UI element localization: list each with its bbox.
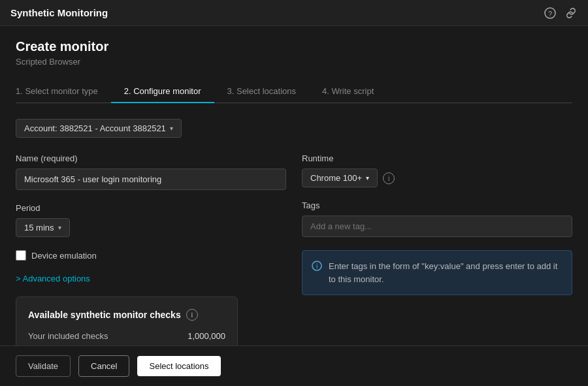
included-checks-row: Your included checks 1,000,000 (28, 331, 225, 341)
select-locations-button[interactable]: Select locations (137, 356, 220, 376)
main-content: Create monitor Scripted Browser 1. Selec… (0, 26, 588, 386)
period-label: Period (16, 203, 286, 213)
period-group: Period 15 mins ▾ (16, 203, 286, 237)
svg-text:i: i (316, 263, 318, 270)
top-header: Synthetic Monitoring ? (0, 0, 588, 26)
included-checks-label: Your included checks (28, 331, 108, 341)
runtime-group: Runtime Chrome 100+ ▾ i (302, 153, 572, 187)
svg-text:?: ? (548, 9, 552, 17)
account-dropdown[interactable]: Account: 3882521 - Account 3882521 ▾ (16, 119, 182, 138)
name-field-group: Name (required) (16, 153, 286, 190)
device-emulation-label[interactable]: Device emulation (31, 251, 97, 261)
runtime-select[interactable]: Chrome 100+ ▾ (302, 169, 378, 187)
validate-button[interactable]: Validate (16, 355, 71, 377)
help-icon[interactable]: ? (544, 7, 557, 20)
step-1[interactable]: 1. Select monitor type (16, 80, 111, 103)
checks-box-title: Available synthetic monitor checks i (28, 309, 225, 321)
included-checks-value: 1,000,000 (188, 331, 225, 341)
steps-nav: 1. Select monitor type 2. Configure moni… (16, 80, 572, 103)
link-icon[interactable] (564, 7, 578, 20)
step-4[interactable]: 4. Write script (309, 80, 387, 103)
page-subtitle: Scripted Browser (16, 57, 572, 67)
name-label: Name (required) (16, 153, 286, 163)
runtime-label: Runtime (302, 153, 572, 163)
tags-group: Tags (302, 201, 572, 237)
runtime-info-icon[interactable]: i (383, 172, 395, 184)
name-input[interactable] (16, 169, 286, 190)
page-title: Create monitor (16, 39, 572, 54)
header-icons: ? (544, 7, 578, 20)
tags-label: Tags (302, 201, 572, 210)
runtime-row: Chrome 100+ ▾ i (302, 169, 572, 187)
device-emulation-group: Device emulation (16, 250, 286, 261)
period-value: 15 mins (24, 223, 54, 233)
app-title: Synthetic Monitoring (10, 7, 108, 18)
step-3[interactable]: 3. Select locations (214, 80, 310, 103)
bottom-bar: Validate Cancel Select locations (0, 346, 588, 386)
chevron-down-icon: ▾ (170, 125, 173, 132)
account-label: Account: 3882521 - Account 3882521 (24, 123, 166, 133)
advanced-options-toggle[interactable]: > Advanced options (16, 274, 286, 283)
runtime-chevron-icon: ▾ (366, 174, 369, 182)
period-select[interactable]: 15 mins ▾ (16, 218, 70, 237)
runtime-value: Chrome 100+ (310, 173, 362, 183)
checks-info-icon[interactable]: i (186, 309, 198, 321)
advanced-options-label: > Advanced options (16, 274, 90, 283)
device-emulation-checkbox[interactable] (16, 250, 26, 261)
cancel-button[interactable]: Cancel (78, 355, 129, 377)
tags-input[interactable] (302, 216, 572, 237)
info-circle-icon: i (312, 261, 322, 274)
info-box-text: Enter tags in the form of "key:value" an… (329, 260, 563, 285)
period-chevron-icon: ▾ (58, 224, 61, 231)
tags-info-box: i Enter tags in the form of "key:value" … (302, 250, 572, 295)
step-2[interactable]: 2. Configure monitor (111, 80, 214, 103)
